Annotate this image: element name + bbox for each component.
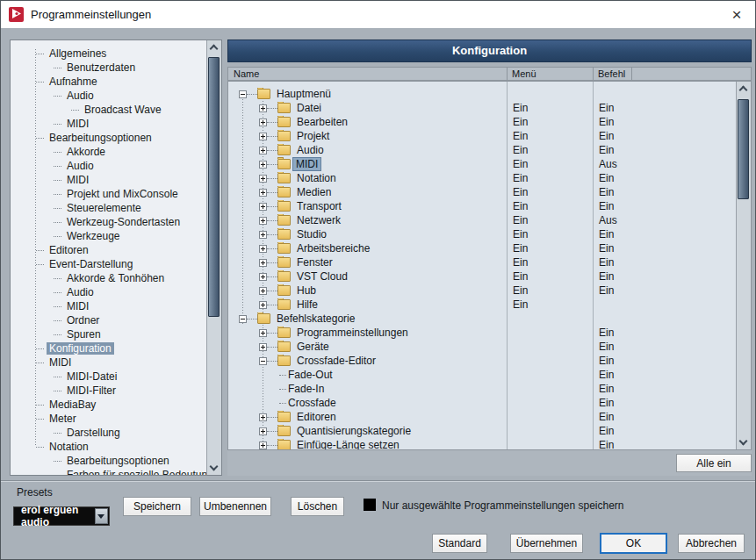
menu-value[interactable]: Ein xyxy=(507,242,593,255)
category-item-audio[interactable]: Audio xyxy=(11,89,206,103)
command-value[interactable]: Ein xyxy=(593,383,736,395)
category-item-spuren[interactable]: Spuren xyxy=(11,327,206,341)
menu-value[interactable]: Ein xyxy=(507,102,593,114)
expand-icon[interactable] xyxy=(259,442,267,449)
menu-value[interactable]: Ein xyxy=(507,298,593,311)
rename-preset-button[interactable]: Umbenennen xyxy=(199,497,271,516)
expand-icon[interactable] xyxy=(259,245,267,253)
command-value[interactable]: Ein xyxy=(593,186,736,198)
category-item-konfiguration[interactable]: Konfiguration xyxy=(11,341,206,355)
expand-icon[interactable] xyxy=(259,231,267,239)
expand-icon[interactable] xyxy=(259,161,267,169)
config-row-bearbeiten[interactable]: BearbeitenEinEin xyxy=(228,115,736,129)
config-row-datei[interactable]: DateiEinEin xyxy=(228,101,736,115)
command-value[interactable]: Ein xyxy=(593,256,736,269)
command-value[interactable]: Ein xyxy=(593,284,736,297)
table-scrollbar[interactable] xyxy=(736,82,751,449)
column-menu[interactable]: Menü xyxy=(512,68,536,80)
config-row-transport[interactable]: TransportEinEin xyxy=(228,199,736,213)
menu-value[interactable]: Ein xyxy=(507,144,593,156)
collapse-icon[interactable] xyxy=(239,90,247,98)
category-item-aufnahme[interactable]: Aufnahme xyxy=(11,75,206,89)
command-value[interactable]: Aus xyxy=(593,158,736,170)
config-row-editoren[interactable]: EditorenEin xyxy=(228,410,736,424)
category-item-bearbeitungsoptionen[interactable]: Bearbeitungsoptionen xyxy=(11,454,206,468)
category-item-benutzerdaten[interactable]: Benutzerdaten xyxy=(11,61,206,75)
expand-icon[interactable] xyxy=(259,329,267,337)
category-item-editoren[interactable]: Editoren xyxy=(11,243,206,257)
chevron-down-icon[interactable] xyxy=(95,508,108,524)
collapse-icon[interactable] xyxy=(239,315,247,323)
expand-icon[interactable] xyxy=(259,259,267,267)
menu-value[interactable]: Ein xyxy=(507,228,593,241)
menu-value[interactable]: Ein xyxy=(507,186,593,198)
command-value[interactable]: Ein xyxy=(593,144,736,156)
category-item-broadcast-wave[interactable]: Broadcast Wave xyxy=(11,103,206,117)
expand-icon[interactable] xyxy=(259,273,267,281)
config-row-audio[interactable]: AudioEinEin xyxy=(228,143,736,157)
config-row-hub[interactable]: HubEinEin xyxy=(228,284,736,298)
command-value[interactable]: Ein xyxy=(593,270,736,283)
expand-icon[interactable] xyxy=(259,413,267,421)
category-item-farben-für-spezielle-bedeutungen[interactable]: Farben für spezielle Bedeutungen xyxy=(11,468,206,475)
command-value[interactable]: Ein xyxy=(593,172,736,184)
command-value[interactable]: Ein xyxy=(593,116,736,128)
config-row-midi[interactable]: MIDIEinAus xyxy=(228,157,736,171)
command-value[interactable]: Ein xyxy=(593,397,736,409)
command-value[interactable]: Aus xyxy=(593,214,736,226)
delete-preset-button[interactable]: Löschen xyxy=(291,497,344,516)
scroll-down-icon[interactable] xyxy=(737,435,751,449)
category-item-midi[interactable]: MIDI xyxy=(11,355,206,370)
all-on-button[interactable]: Alle ein xyxy=(676,454,752,472)
expand-icon[interactable] xyxy=(259,104,267,112)
scroll-up-icon[interactable] xyxy=(737,82,751,96)
config-row-befehlskategorie[interactable]: Befehlskategorie xyxy=(228,312,736,326)
category-item-midi[interactable]: MIDI xyxy=(11,173,206,187)
category-item-darstellung[interactable]: Darstellung xyxy=(11,426,206,440)
config-row-vst-cloud[interactable]: VST CloudEinEin xyxy=(228,269,736,284)
category-item-allgemeines[interactable]: Allgemeines xyxy=(11,47,206,61)
category-item-steuerelemente[interactable]: Steuerelemente xyxy=(11,201,206,215)
config-row-fade-out[interactable]: Fade-OutEin xyxy=(228,368,736,382)
scrollbar-thumb[interactable] xyxy=(208,57,220,317)
menu-value[interactable]: Ein xyxy=(507,270,593,283)
menu-value[interactable]: Ein xyxy=(507,200,593,212)
config-row-programmeinstellungen[interactable]: ProgrammeinstellungenEin xyxy=(228,326,736,340)
scrollbar-thumb[interactable] xyxy=(738,99,749,199)
config-row-hauptmenü[interactable]: Hauptmenü xyxy=(228,87,736,101)
category-item-projekt-und-mixconsole[interactable]: Projekt und MixConsole xyxy=(11,187,206,201)
command-value[interactable]: Ein xyxy=(593,369,736,381)
ok-button[interactable]: OK xyxy=(600,533,667,554)
config-row-arbeitsbereiche[interactable]: ArbeitsbereicheEinEin xyxy=(228,241,736,255)
config-row-fade-in[interactable]: Fade-InEin xyxy=(228,382,736,396)
config-row-hilfe[interactable]: HilfeEin xyxy=(228,298,736,312)
command-value[interactable]: Ein xyxy=(593,200,736,212)
config-row-netzwerk[interactable]: NetzwerkEinAus xyxy=(228,213,736,227)
config-row-einfüge-länge-setzen[interactable]: Einfüge-Länge setzenEin xyxy=(228,438,736,449)
config-row-crossfade[interactable]: CrossfadeEin xyxy=(228,396,736,410)
menu-value[interactable]: Ein xyxy=(507,284,593,297)
scroll-down-icon[interactable] xyxy=(207,461,221,475)
category-item-akkorde[interactable]: Akkorde xyxy=(11,145,206,159)
config-row-medien[interactable]: MedienEinEin xyxy=(228,185,736,199)
menu-value[interactable]: Ein xyxy=(507,158,593,170)
category-item-bearbeitungsoptionen[interactable]: Bearbeitungsoptionen xyxy=(11,131,206,145)
menu-value[interactable]: Ein xyxy=(507,214,593,226)
close-icon[interactable]: × xyxy=(724,4,750,25)
expand-icon[interactable] xyxy=(259,217,267,225)
command-value[interactable]: Ein xyxy=(593,411,736,423)
expand-icon[interactable] xyxy=(259,118,267,126)
menu-value[interactable]: Ein xyxy=(507,172,593,184)
collapse-icon[interactable] xyxy=(259,357,267,365)
config-row-quantisierungskategorie[interactable]: QuantisierungskategorieEin xyxy=(228,424,736,438)
scroll-up-icon[interactable] xyxy=(207,40,221,54)
menu-value[interactable]: Ein xyxy=(507,130,593,142)
expand-icon[interactable] xyxy=(259,147,267,154)
apply-button[interactable]: Übernehmen xyxy=(510,534,583,553)
config-row-projekt[interactable]: ProjektEinEin xyxy=(228,129,736,143)
expand-icon[interactable] xyxy=(259,287,267,295)
category-item-ordner[interactable]: Ordner xyxy=(11,313,206,327)
category-item-meter[interactable]: Meter xyxy=(11,412,206,426)
command-value[interactable]: Ein xyxy=(593,130,736,142)
category-item-event-darstellung[interactable]: Event-Darstellung xyxy=(11,257,206,271)
